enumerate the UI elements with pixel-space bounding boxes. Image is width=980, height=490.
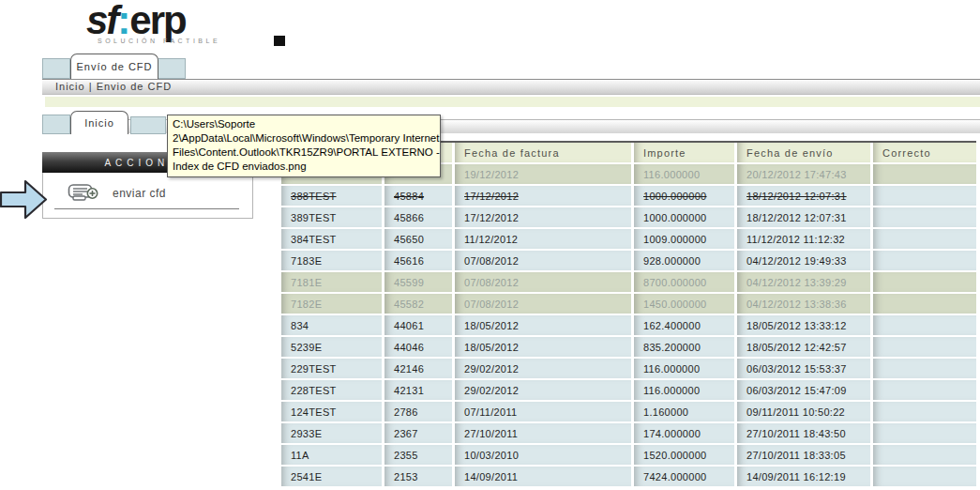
table-row[interactable]: 7183E4561607/08/2012928.00000004/12/2012… <box>281 251 976 270</box>
table-cell: 10/03/2010 <box>455 445 631 465</box>
table-cell: 29/02/2012 <box>455 380 631 400</box>
table-cell: 2367 <box>384 423 452 443</box>
enviar-cfd-action[interactable]: enviar cfd <box>68 181 166 206</box>
table-row[interactable]: 7181E4559907/08/20128700.00000004/12/201… <box>281 272 976 292</box>
table-cell: 229TEST <box>281 359 382 378</box>
table-cell: 116.000000 <box>634 164 734 184</box>
table-cell: 07/08/2012 <box>455 272 631 292</box>
table-cell: 11/12/2012 11:12:32 <box>737 229 870 249</box>
table-cell: 04/12/2012 13:38:36 <box>737 294 870 314</box>
table-cell: 7424.000000 <box>634 467 734 486</box>
table-cell: 116.000000 <box>634 359 734 378</box>
table-cell: 124TEST <box>281 402 382 421</box>
table-row[interactable]: 124TEST278607/11/20111.16000009/11/2011 … <box>281 402 976 421</box>
column-header[interactable]: Importe <box>634 143 734 162</box>
table-cell: 2153 <box>384 467 452 486</box>
column-header[interactable]: Fecha de factura <box>455 143 631 162</box>
table-row[interactable]: 389TEST4586617/12/20121000.00000018/12/2… <box>281 207 976 227</box>
table-cell: 1000.000000 <box>634 207 734 227</box>
table-cell: 04/12/2012 19:49:33 <box>737 251 870 270</box>
subtabstrip-decoration-left <box>42 115 70 134</box>
column-header[interactable]: Fecha de envío <box>737 143 870 162</box>
table-cell <box>873 467 976 486</box>
table-cell: 7181E <box>281 272 382 292</box>
table-cell <box>873 294 976 314</box>
actions-panel: enviar cfd <box>42 173 253 219</box>
table-cell: 27/10/2011 18:33:05 <box>737 445 870 465</box>
table-cell: 17/12/2012 <box>455 186 631 206</box>
breadcrumb[interactable]: Inicio | Envio de CFD <box>42 79 980 95</box>
table-cell: 388TEST <box>281 186 382 206</box>
table-cell <box>873 315 976 335</box>
table-cell: 1520.000000 <box>634 445 734 465</box>
table-cell: 17/12/2012 <box>455 207 631 227</box>
enviar-cfd-label: enviar cfd <box>113 187 166 200</box>
logo-block-decoration <box>274 36 285 46</box>
table-cell: 1.160000 <box>634 402 734 421</box>
table-cell: 07/11/2011 <box>455 402 631 421</box>
table-cell: 27/10/2011 <box>455 423 631 443</box>
table-cell: 1000.000000 <box>634 186 734 206</box>
table-cell <box>873 207 976 227</box>
table-cell: 45884 <box>384 186 452 206</box>
tooltip-line: Files\Content.Outlook\TKR15ZR9\PORTAL EX… <box>173 145 435 160</box>
table-row[interactable]: 2541E215314/09/20117424.00000014/09/2011… <box>281 467 976 486</box>
table-row[interactable]: 384TEST4565011/12/20121009.00000011/12/2… <box>281 229 976 249</box>
table-cell: 174.000000 <box>634 423 734 443</box>
table-cell: 384TEST <box>281 229 382 249</box>
table-cell: 162.400000 <box>634 315 734 335</box>
logo-colon: : <box>117 0 129 42</box>
cfd-table: Fecha de facturaImporteFecha de envíoCor… <box>281 141 976 486</box>
table-cell: 07/08/2012 <box>455 294 631 314</box>
tooltip-line: C:\Users\Soporte <box>173 117 435 131</box>
column-header[interactable]: Correcto <box>873 143 976 162</box>
table-cell: 14/09/2011 16:12:19 <box>737 467 870 486</box>
file-path-tooltip: C:\Users\Soporte 2\AppData\Local\Microso… <box>167 115 441 177</box>
tooltip-line: 2\AppData\Local\Microsoft\Windows\Tempor… <box>173 131 435 145</box>
table-cell <box>873 380 976 400</box>
table-cell: 18/05/2012 12:42:57 <box>737 337 870 357</box>
table-cell <box>873 186 976 206</box>
table-cell <box>873 423 976 443</box>
table-cell: 45582 <box>384 294 452 314</box>
table-row[interactable]: 229TEST4214629/02/2012116.00000006/03/20… <box>281 359 976 378</box>
table-body: 19/12/2012116.00000020/12/2012 17:47:433… <box>281 164 976 486</box>
table-cell: 29/02/2012 <box>455 359 631 378</box>
table-cell: 2933E <box>281 423 382 443</box>
logo-subtitle: SOLUCIÓN FACTIBLE <box>98 38 293 44</box>
table-cell <box>873 359 976 378</box>
table-cell <box>873 402 976 421</box>
table-cell: 5239E <box>281 337 382 357</box>
table-cell: 834 <box>281 315 382 335</box>
table-cell: 42146 <box>384 359 452 378</box>
table-row[interactable]: 2933E236727/10/2011174.00000027/10/2011 … <box>281 423 976 443</box>
table-cell: 20/12/2012 17:47:43 <box>737 164 870 184</box>
table-cell: 18/12/2012 12:07:31 <box>737 207 870 227</box>
table-row[interactable]: 228TEST4213129/02/2012116.00000006/03/20… <box>281 380 976 400</box>
table-row[interactable]: 5239E4404618/05/2012835.20000018/05/2012… <box>281 337 976 357</box>
table-row[interactable]: 11A235510/03/20101520.00000027/10/2011 1… <box>281 445 976 465</box>
table-cell: 45650 <box>384 229 452 249</box>
table-cell: 19/12/2012 <box>455 164 631 184</box>
subtabstrip-decoration-right <box>130 116 166 134</box>
table-cell <box>873 445 976 465</box>
table-cell: 09/11/2011 10:50:22 <box>737 402 870 421</box>
table-cell: 06/03/2012 15:53:37 <box>737 359 870 378</box>
table-cell: 228TEST <box>281 380 382 400</box>
tab-inicio[interactable]: Inicio <box>70 111 128 134</box>
table-cell: 06/03/2012 15:47:09 <box>737 380 870 400</box>
table-cell: 45616 <box>384 251 452 270</box>
action-divider <box>54 208 239 209</box>
logo-wordmark: sf:erp <box>86 0 293 41</box>
table-cell: 04/12/2012 13:39:29 <box>737 272 870 292</box>
table-cell: 116.000000 <box>634 380 734 400</box>
annotation-arrow-icon <box>0 178 49 225</box>
table-cell <box>873 229 976 249</box>
table-cell <box>873 272 976 292</box>
table-row[interactable]: 8344406118/05/2012162.40000018/05/2012 1… <box>281 315 976 335</box>
table-row[interactable]: 7182E4558207/08/20121450.00000004/12/201… <box>281 294 976 314</box>
table-cell: 7182E <box>281 294 382 314</box>
tab-envio-de-cfd[interactable]: Envío de CFD <box>70 54 158 79</box>
table-cell: 2541E <box>281 467 382 486</box>
table-row[interactable]: 388TEST4588417/12/20121000.00000018/12/2… <box>281 186 976 206</box>
